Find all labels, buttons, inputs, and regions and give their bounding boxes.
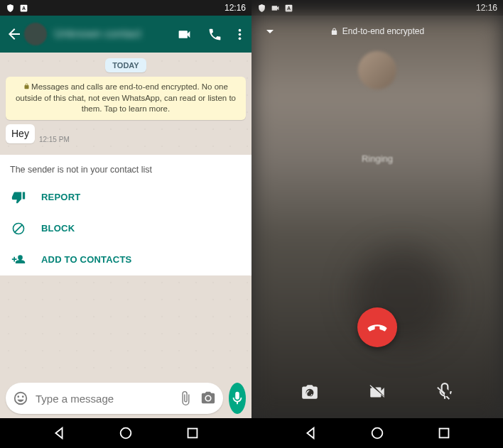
nav-home-icon[interactable] xyxy=(369,425,385,441)
add-contact-label: ADD TO CONTACTS xyxy=(41,254,131,265)
message-time: 12:15 PM xyxy=(39,136,70,143)
message-input-box[interactable] xyxy=(6,383,223,414)
lock-icon xyxy=(330,28,338,35)
call-state: Ringing xyxy=(362,153,393,164)
mic-off-icon[interactable] xyxy=(436,383,454,401)
block-button[interactable]: BLOCK xyxy=(0,213,252,244)
mic-icon xyxy=(229,390,245,406)
status-bar: A 12:16 xyxy=(252,0,503,16)
encryption-indicator: End-to-end encrypted xyxy=(284,26,470,36)
mic-button[interactable] xyxy=(229,383,246,414)
status-time: 12:16 xyxy=(225,3,246,13)
add-contact-icon xyxy=(11,253,26,267)
svg-point-9 xyxy=(372,428,383,439)
shield-icon xyxy=(257,4,266,13)
svg-text:A: A xyxy=(22,6,26,11)
message-input[interactable] xyxy=(36,393,171,405)
camera-icon[interactable] xyxy=(200,390,216,406)
shield-icon xyxy=(6,4,15,13)
svg-point-5 xyxy=(121,428,131,439)
video-call-icon[interactable] xyxy=(177,27,192,42)
chevron-down-icon[interactable] xyxy=(261,23,278,40)
chat-body: TODAY Messages and calls are end-to-end … xyxy=(0,53,252,378)
square-a-icon: A xyxy=(284,4,293,13)
videocam-status-icon xyxy=(271,4,280,13)
encryption-label: End-to-end encrypted xyxy=(342,26,424,36)
end-call-button[interactable] xyxy=(357,307,397,347)
lock-icon xyxy=(23,83,30,89)
date-chip: TODAY xyxy=(105,58,146,72)
message-input-row xyxy=(0,378,252,418)
emoji-icon[interactable] xyxy=(13,390,28,406)
unknown-sender-panel: The sender is not in your contact list R… xyxy=(0,155,252,275)
video-call-screen: A 12:16 End-to-end encrypted Ringing xyxy=(252,0,503,448)
svg-point-2 xyxy=(239,28,242,31)
more-icon[interactable] xyxy=(238,27,242,42)
nav-home-icon[interactable] xyxy=(118,425,134,441)
svg-rect-6 xyxy=(188,429,198,438)
sender-warning: The sender is not in your contact list xyxy=(0,155,252,182)
voice-call-icon[interactable] xyxy=(207,27,222,42)
svg-rect-10 xyxy=(440,429,449,438)
message-row[interactable]: Hey 12:15 PM xyxy=(6,124,246,143)
block-icon xyxy=(11,222,26,236)
encryption-notice[interactable]: Messages and calls are end-to-end encryp… xyxy=(6,77,246,120)
whatsapp-chat-screen: A 12:16 Unknown contact TODAY Messages a… xyxy=(0,0,252,448)
caller-avatar xyxy=(358,51,396,89)
android-nav-bar xyxy=(0,418,252,448)
svg-text:A: A xyxy=(287,6,291,11)
nav-recents-icon[interactable] xyxy=(185,425,200,441)
status-bar: A 12:16 xyxy=(0,0,252,16)
svg-point-3 xyxy=(239,33,242,35)
nav-back-icon[interactable] xyxy=(51,425,67,441)
status-time: 12:16 xyxy=(476,3,497,13)
call-controls xyxy=(252,383,503,401)
message-bubble: Hey xyxy=(6,124,35,143)
video-off-icon[interactable] xyxy=(368,383,386,401)
hangup-icon xyxy=(367,317,388,338)
thumb-down-icon xyxy=(11,190,26,204)
attach-icon[interactable] xyxy=(178,390,193,406)
report-label: REPORT xyxy=(41,192,80,202)
chat-header: Unknown contact xyxy=(0,16,252,53)
contact-name[interactable]: Unknown contact xyxy=(54,28,177,40)
svg-point-4 xyxy=(239,37,242,40)
add-contact-button[interactable]: ADD TO CONTACTS xyxy=(0,244,252,275)
nav-back-icon[interactable] xyxy=(303,425,318,441)
square-a-icon: A xyxy=(19,4,28,13)
encryption-text: Messages and calls are end-to-end encryp… xyxy=(16,82,236,113)
call-overlay: End-to-end encrypted Ringing xyxy=(252,16,503,418)
back-icon[interactable] xyxy=(6,26,23,43)
report-button[interactable]: REPORT xyxy=(0,182,252,213)
android-nav-bar xyxy=(252,418,503,448)
switch-camera-icon[interactable] xyxy=(301,383,319,401)
contact-avatar[interactable] xyxy=(24,23,47,45)
nav-recents-icon[interactable] xyxy=(436,425,452,441)
block-label: BLOCK xyxy=(41,223,75,234)
